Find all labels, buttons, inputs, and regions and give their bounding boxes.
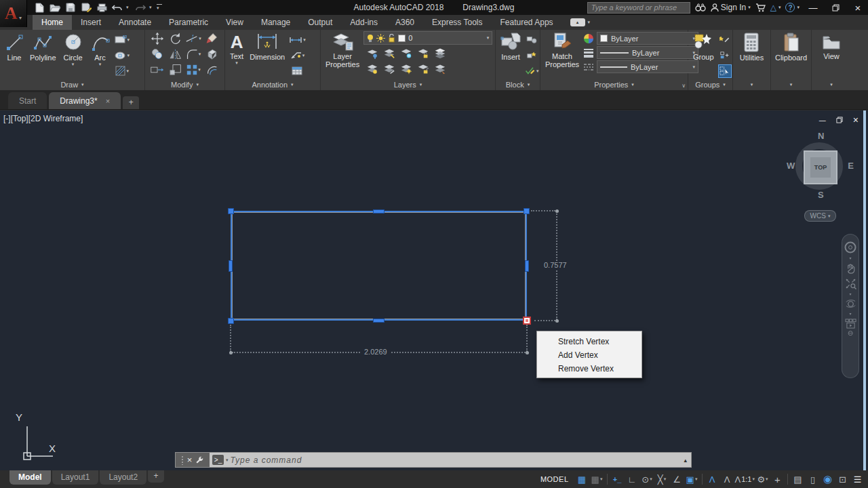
group-edit-button[interactable] — [718, 49, 732, 62]
dimension-style-caret-icon[interactable]: ▾ — [303, 38, 306, 42]
show-motion-icon[interactable] — [845, 319, 856, 329]
unlock-all-button[interactable] — [416, 62, 430, 76]
ribbon-minimize-icon[interactable]: ▴ — [570, 18, 585, 26]
clean-screen-icon[interactable]: ⊡ — [835, 472, 850, 486]
fillet-button[interactable]: ▾ — [186, 47, 201, 61]
copy-button[interactable] — [151, 47, 164, 61]
navigation-bar[interactable]: ▾ ▾ ▾ ⊖ — [842, 234, 859, 378]
layout-tab-layout2[interactable]: Layout2 — [100, 470, 146, 485]
help-caret-icon[interactable]: ▾ — [797, 5, 800, 9]
hatch-caret-icon[interactable]: ▾ — [127, 69, 130, 73]
dimension-button[interactable]: Dimension — [248, 31, 287, 79]
explode-button[interactable] — [205, 47, 219, 61]
command-prompt-icon[interactable]: >_ — [212, 455, 224, 465]
panel-label-annotation[interactable]: Annotation▾ — [225, 79, 320, 90]
navbar-customize-icon[interactable]: ⊖ — [848, 332, 853, 335]
stretch-button[interactable] — [151, 63, 164, 77]
arc-caret-icon[interactable]: ▾ — [99, 62, 102, 66]
file-tab-drawing3[interactable]: Drawing3* × — [49, 92, 121, 109]
drawing-close-icon[interactable]: × — [853, 115, 859, 125]
menu-item-add-vertex[interactable]: Add Vertex — [537, 348, 642, 362]
panel-label-block[interactable]: Block▾ — [496, 79, 540, 90]
command-line-handle[interactable]: × — [176, 453, 210, 467]
table-button[interactable] — [289, 64, 306, 78]
panel-label-view[interactable]: ▾ — [812, 79, 851, 90]
graphics-performance-icon[interactable]: ◉ — [821, 472, 835, 486]
menu-item-remove-vertex[interactable]: Remove Vertex — [537, 362, 642, 375]
dynamic-input-toggle-icon[interactable]: +_ — [610, 472, 625, 486]
search-input[interactable] — [588, 3, 690, 12]
annotation-monitor-plus-icon[interactable]: + — [770, 472, 785, 486]
polyline-button[interactable]: Polyline — [28, 31, 58, 79]
customization-menu-icon[interactable]: ☰ — [850, 472, 865, 486]
undo-caret-icon[interactable]: ▾ — [126, 5, 132, 10]
pan-hand-icon[interactable] — [845, 263, 856, 274]
properties-launcher-icon[interactable]: ∨ — [682, 83, 686, 89]
define-attributes-button[interactable] — [525, 49, 539, 62]
wrench-icon[interactable] — [195, 455, 204, 464]
viewcube-top-face[interactable]: TOP — [804, 150, 837, 184]
quick-properties-icon[interactable]: ▤ — [791, 472, 805, 486]
tab-manage[interactable]: Manage — [252, 15, 299, 30]
orbit-icon[interactable] — [845, 299, 856, 309]
clipboard-button[interactable]: Clipboard — [773, 31, 809, 79]
search-binoculars-icon[interactable] — [695, 3, 706, 12]
mirror-button[interactable] — [169, 47, 182, 61]
grip-corner-top-right[interactable] — [524, 208, 530, 214]
color-wheel-icon[interactable] — [583, 33, 594, 44]
layout-tab-layout1[interactable]: Layout1 — [52, 470, 99, 485]
viewcube-south[interactable]: S — [818, 190, 824, 200]
object-snap-tracking-toggle-icon[interactable]: ∠ — [670, 472, 684, 486]
wcs-menu-button[interactable]: WCS ▾ — [804, 210, 836, 222]
isometric-drafting-toggle-icon[interactable]: ╳▾ — [655, 472, 669, 486]
a360-icon[interactable]: △ ▾ — [770, 3, 781, 12]
tab-add-ins[interactable]: Add-ins — [341, 15, 387, 30]
a360-caret-icon[interactable]: ▾ — [778, 5, 781, 9]
layer-match-button[interactable] — [382, 62, 396, 76]
object-snap-toggle-icon[interactable]: ▣▾ — [685, 472, 699, 486]
array-caret-icon[interactable]: ▾ — [198, 68, 201, 72]
drawing-canvas[interactable]: [-][Top][2D Wireframe] — × 0.7577 2.0269… — [0, 110, 868, 470]
selected-rectangle[interactable] — [231, 211, 527, 321]
viewcube-west[interactable]: W — [787, 161, 795, 171]
ortho-toggle-icon[interactable]: ∟ — [625, 472, 639, 486]
lineweight-icon[interactable] — [583, 48, 594, 58]
layout-tab-model[interactable]: Model — [9, 470, 51, 485]
viewcube[interactable]: N W E S TOP — [785, 131, 856, 201]
move-button[interactable] — [151, 32, 164, 45]
annotation-visibility-icon[interactable]: Λ — [705, 472, 719, 486]
application-menu-button[interactable]: A ▾ — [0, 0, 27, 27]
annotation-scale-icon[interactable]: Λ1:1▾ — [735, 472, 755, 486]
dimension-style-button[interactable]: ▾ — [289, 33, 306, 47]
freeze-layer-button[interactable] — [399, 47, 413, 60]
isolate-layer-button[interactable] — [366, 47, 379, 60]
tab-express-tools[interactable]: Express Tools — [423, 15, 491, 30]
grip-hot-bottom-right[interactable] — [523, 317, 531, 325]
object-color-select[interactable]: ByLayer ▾ — [597, 32, 698, 45]
manage-attributes-caret-icon[interactable]: ▾ — [536, 69, 539, 73]
array-button[interactable]: ▾ — [186, 63, 201, 77]
trim-button[interactable]: ▾ — [186, 32, 201, 45]
fillet-caret-icon[interactable]: ▾ — [199, 52, 201, 56]
drawing-minimize-icon[interactable]: — — [819, 117, 826, 124]
layer-states-button[interactable] — [433, 47, 447, 60]
recent-commands-caret-icon[interactable]: ▾ — [226, 458, 229, 462]
isolate-objects-icon[interactable]: ▯ — [806, 472, 820, 486]
close-button[interactable]: × — [849, 2, 867, 14]
layer-select-caret-icon[interactable]: ▾ — [487, 36, 490, 40]
minimize-button[interactable]: — — [804, 3, 822, 13]
circle-button[interactable]: Circle ▾ — [60, 31, 86, 79]
wheel-caret-icon[interactable]: ▾ — [849, 257, 851, 260]
lineweight-select[interactable]: ByLayer ▾ — [597, 46, 698, 59]
annotation-autoscale-icon[interactable]: Λ — [720, 472, 734, 486]
open-icon[interactable] — [48, 1, 62, 14]
panel-label-utilities[interactable]: ▾ — [733, 79, 770, 90]
rectangle-tool-button[interactable]: ▾ — [115, 33, 130, 47]
offset-button[interactable] — [205, 63, 219, 77]
grip-mid-top[interactable] — [373, 209, 384, 214]
zoom-caret-icon[interactable]: ▾ — [849, 293, 851, 296]
sign-in-button[interactable]: Sign In ▾ — [711, 3, 751, 12]
line-button[interactable]: Line — [3, 31, 26, 79]
help-search-box[interactable] — [587, 2, 690, 14]
erase-button[interactable] — [205, 32, 219, 45]
